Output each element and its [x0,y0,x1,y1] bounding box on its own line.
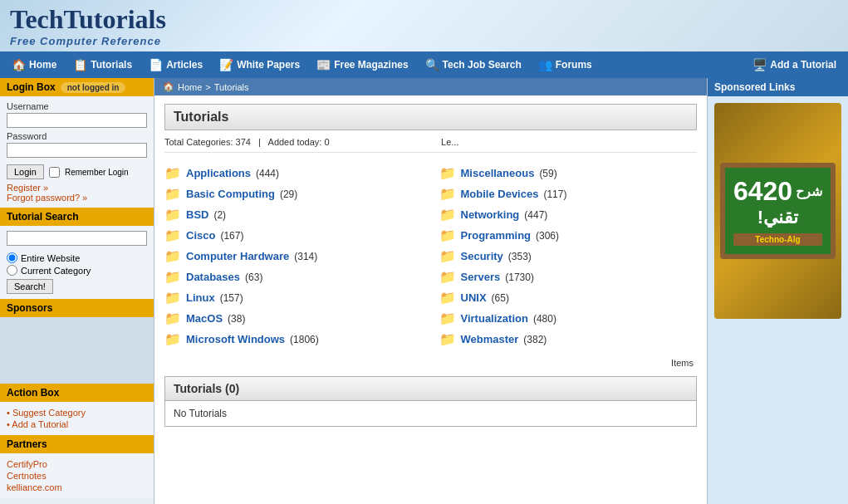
add-tutorial-link[interactable]: • Add a Tutorial [7,418,147,430]
cat-link-webmaster[interactable]: Webmaster [461,333,519,345]
cat-link-microsoft-windows[interactable]: Microsoft Windows [186,333,285,345]
navbar: 🏠 Home 📋 Tutorials 📄 Articles 📝 White Pa… [0,51,848,78]
folder-icon: 📁 [439,186,456,202]
login-button[interactable]: Login [7,164,44,179]
nav-home[interactable]: 🏠 Home [3,51,65,78]
site-subtitle: Free Computer Reference [10,35,166,47]
folder-icon: 📁 [164,331,181,347]
advertisement[interactable]: 6420 شرح تقني! Techno-Alg [714,103,841,319]
last-stat: Le... [441,137,458,147]
sponsored-sidebar: Sponsored Links 6420 شرح تقني! Techno-Al… [707,78,848,504]
breadcrumb: 🏠 Home > Tutorials [154,78,707,95]
cat-link-networking[interactable]: Networking [461,208,520,221]
partners-content: CertifyPro Certnotes kelliance.com [0,453,154,498]
remember-label: Remember Login [65,168,129,177]
cat-link-macos[interactable]: MacOS [186,312,223,325]
login-box-header: Login Box not logged in [0,78,154,96]
folder-icon: 📁 [439,331,456,347]
nav-articles[interactable]: 📄 Articles [140,51,211,78]
current-category-option[interactable]: Current Category [7,265,147,276]
forgot-password-link[interactable]: Forgot password? » [7,193,147,203]
username-label: Username [7,101,147,111]
partner-kelliance[interactable]: kelliance.com [7,482,147,493]
cat-link-databases[interactable]: Databases [186,271,240,283]
add-tutorial-icon: 🖥️ [752,58,767,71]
folder-icon: 📁 [439,207,456,223]
username-input[interactable] [7,113,147,128]
cat-link-security[interactable]: Security [461,250,503,262]
cat-link-linux[interactable]: Linux [186,291,215,304]
search-button[interactable]: Search! [7,279,53,294]
partner-certifypro[interactable]: CertifyPro [7,458,147,470]
folder-icon: 📁 [164,186,181,202]
ad-text-ar: تقني! [733,207,822,228]
stats-bar: Total Categories: 374 | Added today: 0 L… [164,137,697,153]
breadcrumb-home[interactable]: Home [178,82,202,92]
tutorials-list-title: Tutorials (0) [174,382,688,395]
list-item: 📁 Servers (1730) [439,267,698,287]
cat-link-cisco[interactable]: Cisco [186,229,215,242]
tutorial-search-content: Entire Website Current Category Search! [0,226,154,299]
entire-website-option[interactable]: Entire Website [7,252,147,263]
nav-jobsearch[interactable]: 🔍 Tech Job Search [417,51,530,78]
folder-icon: 📁 [439,165,456,181]
not-logged-badge: not logged in [61,82,126,93]
nav-tutorials[interactable]: 📋 Tutorials [65,51,140,78]
list-item: 📁 BSD (2) [164,204,423,225]
nav-magazines[interactable]: 📰 Free Magazines [308,51,416,78]
list-item: 📁 Basic Computing (29) [164,183,423,204]
folder-icon: 📁 [439,248,456,264]
list-item: 📁 Virtualization (480) [439,308,698,329]
partner-certnotes[interactable]: Certnotes [7,470,147,482]
remember-checkbox[interactable] [49,167,60,178]
suggest-category-link[interactable]: • Suggest Category [7,407,147,418]
list-item: 📁 Applications (444) [164,163,423,183]
total-categories: Total Categories: 374 [164,137,251,147]
cat-link-miscellaneous[interactable]: Miscellaneous [461,167,535,179]
ad-number: 6420 [733,176,792,207]
list-item: 📁 Mobile Devices (117) [439,183,698,204]
folder-icon: 📁 [164,165,181,181]
partners-header: Partners [0,435,154,453]
nav-add-tutorial[interactable]: 🖥️ Add a Tutorial [744,51,845,78]
folder-icon: 📁 [164,269,181,285]
cat-link-servers[interactable]: Servers [461,271,501,283]
nav-whitepapers[interactable]: 📝 White Papers [211,51,308,78]
cat-link-applications[interactable]: Applications [186,167,251,179]
sponsored-header: Sponsored Links [708,78,848,96]
list-item: 📁 Linux (157) [164,287,423,308]
cat-link-virtualization[interactable]: Virtualization [461,312,528,325]
password-input[interactable] [7,143,147,158]
login-box-content: Username Password Login Remember Login R… [0,96,154,208]
tutorials-icon: 📋 [73,58,87,71]
list-item: 📁 Webmaster (382) [439,329,698,350]
tutorial-search-header: Tutorial Search [0,208,154,226]
content-inner: Tutorials Total Categories: 374 | Added … [154,95,707,435]
site-title: TechTutorials [10,4,166,35]
tutorials-section-header: Tutorials [164,104,697,130]
breadcrumb-separator: > [205,82,210,92]
cat-link-basic-computing[interactable]: Basic Computing [186,188,275,200]
cat-link-mobile-devices[interactable]: Mobile Devices [461,188,539,200]
cat-link-unix[interactable]: UNIX [461,291,487,304]
magazines-icon: 📰 [316,58,331,71]
search-icon: 🔍 [425,58,439,71]
main-content: 🏠 Home > Tutorials Tutorials Total Categ… [154,78,707,504]
breadcrumb-current: Tutorials [214,82,249,92]
cat-link-bsd[interactable]: BSD [186,208,208,221]
list-item: 📁 Computer Hardware (314) [164,246,423,267]
home-breadcrumb-icon: 🏠 [163,81,174,92]
action-box-content: • Suggest Category • Add a Tutorial [0,402,154,435]
tutorial-search-input[interactable] [7,231,147,246]
items-bar: Items [164,358,697,368]
register-link[interactable]: Register » [7,183,147,193]
folder-icon: 📁 [164,290,181,306]
tutorials-list-body: No Tutorials [165,401,696,426]
cat-link-computer-hardware[interactable]: Computer Hardware [186,250,289,262]
categories-right: 📁 Miscellaneous (59) 📁 Mobile Devices (1… [439,163,698,350]
list-item: 📁 MacOS (38) [164,308,423,329]
nav-forums[interactable]: 👥 Forums [530,51,600,78]
sidebar: Login Box not logged in Username Passwor… [0,78,154,504]
cat-link-programming[interactable]: Programming [461,229,532,242]
list-item: 📁 Miscellaneous (59) [439,163,698,183]
